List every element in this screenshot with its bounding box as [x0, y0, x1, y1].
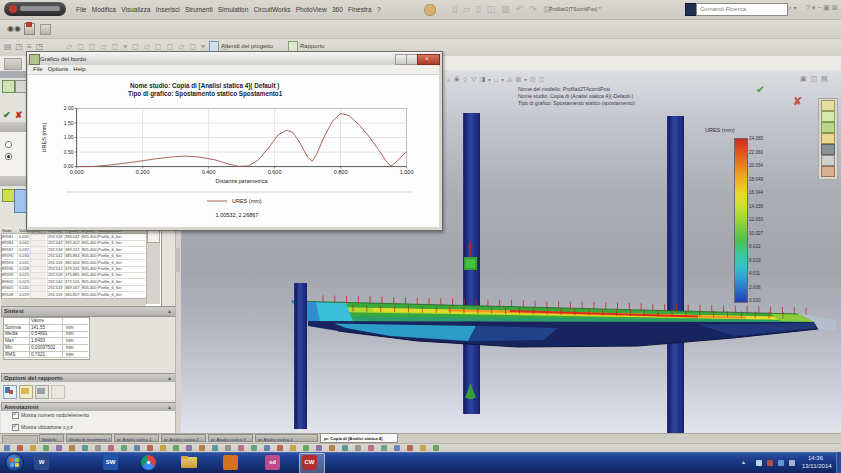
svg-text:1.000: 1.000: [400, 169, 414, 175]
svg-text:0.600: 0.600: [268, 169, 282, 175]
svg-text:2.00: 2.00: [64, 105, 74, 111]
svg-text:1.00532, 2.26867: 1.00532, 2.26867: [216, 212, 259, 218]
svg-text:Distanza parametrica: Distanza parametrica: [216, 178, 269, 184]
svg-text:URES (mm): URES (mm): [41, 123, 47, 153]
svg-text:0.200: 0.200: [136, 169, 150, 175]
svg-text:0.800: 0.800: [334, 169, 348, 175]
svg-text:0.400: 0.400: [202, 169, 216, 175]
svg-text:0.000: 0.000: [70, 169, 84, 175]
svg-text:URES (mm): URES (mm): [232, 198, 262, 204]
svg-text:0.50: 0.50: [64, 149, 74, 155]
svg-text:1.50: 1.50: [64, 120, 74, 126]
svg-text:1.00: 1.00: [64, 134, 74, 140]
